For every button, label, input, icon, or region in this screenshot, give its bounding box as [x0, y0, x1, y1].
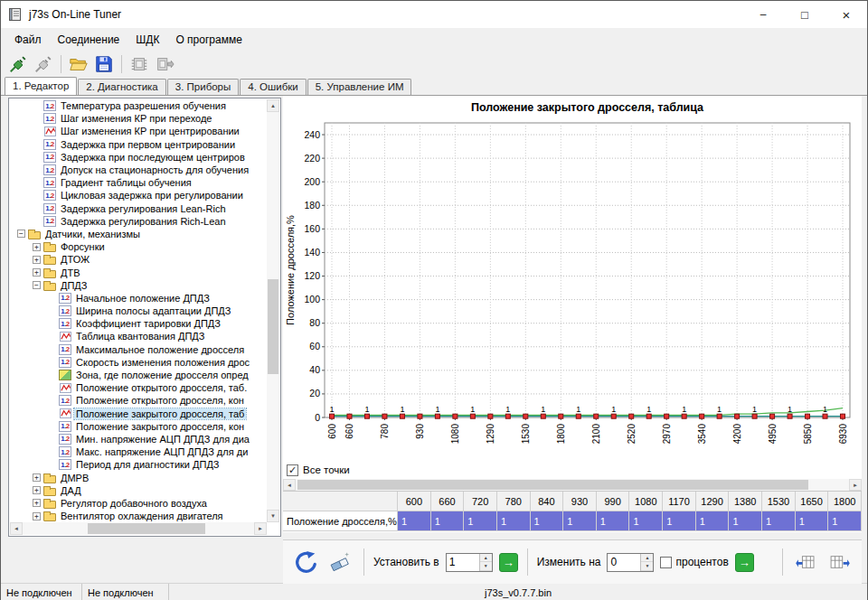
collapse-icon[interactable]: −	[17, 230, 25, 238]
change-value-input[interactable]	[608, 554, 640, 571]
table-header-660[interactable]: 660	[431, 492, 465, 511]
table-cell-9[interactable]: 1	[696, 511, 730, 531]
tab-editor[interactable]: 1. Редактор	[5, 77, 77, 95]
minimize-button[interactable]: –	[742, 1, 784, 28]
scroll-right-icon[interactable]: ►	[849, 479, 862, 491]
tree-item-23[interactable]: 1.2Положение открытого дросселя, кон	[10, 394, 267, 407]
tree-item-12[interactable]: +ДТОЖ	[10, 253, 267, 266]
table-header-600[interactable]: 600	[398, 492, 431, 511]
maximize-button[interactable]: □	[784, 1, 826, 28]
menu-connection[interactable]: Соединение	[50, 31, 128, 49]
tree-item-5[interactable]: 1.2Допуск на стационарность для обучения	[10, 164, 267, 176]
tree-item-30[interactable]: +ДАД	[10, 484, 267, 497]
tree-item-28[interactable]: 1.2Период для диагностики ДПДЗ	[10, 458, 267, 471]
scroll-down-icon[interactable]: ▼	[267, 510, 279, 522]
set-value-input[interactable]	[447, 554, 479, 571]
tree-expander[interactable]: +	[31, 243, 42, 251]
tree-expander[interactable]: +	[31, 256, 42, 264]
tree-expander[interactable]: −	[15, 230, 27, 238]
tree-item-22[interactable]: Положение открытого дросселя, таб.	[10, 381, 267, 394]
scroll-up-icon[interactable]: ▲	[267, 99, 279, 112]
table-header-720[interactable]: 720	[464, 492, 497, 511]
table-cell-11[interactable]: 1	[762, 511, 796, 531]
tree-item-25[interactable]: 1.2Положение закрытого дросселя, кон	[10, 420, 267, 433]
chart-horizontal-scrollbar[interactable]: ◄ ►	[283, 479, 862, 491]
undo-button[interactable]	[290, 548, 319, 577]
tree-item-6[interactable]: 1.2Градиент таблицы обучения	[10, 176, 267, 189]
table-cell-5[interactable]: 1	[563, 511, 597, 531]
percent-checkbox[interactable]	[660, 557, 672, 568]
tree-item-1[interactable]: 1.2Шаг изменения КР при переходе	[10, 112, 267, 125]
tree-item-18[interactable]: Таблица квантования ДПДЗ	[10, 330, 267, 342]
table-import-button[interactable]	[791, 548, 820, 577]
tree-item-14[interactable]: −ДПДЗ	[10, 279, 267, 292]
table-header-990[interactable]: 990	[597, 492, 630, 511]
tree-item-24[interactable]: Положение закрытого дросселя, таб	[10, 408, 267, 420]
tree-item-17[interactable]: 1.2Коэффициент тарировки ДПДЗ	[10, 317, 267, 330]
apply-set-button[interactable]: →	[499, 553, 518, 572]
scrollbar-track[interactable]	[23, 522, 254, 535]
tree-expander[interactable]: +	[31, 473, 42, 482]
table-header-1380[interactable]: 1380	[729, 492, 762, 511]
table-cell-2[interactable]: 1	[464, 511, 497, 531]
scrollbar-track[interactable]	[267, 112, 279, 510]
expand-icon[interactable]: +	[33, 486, 41, 494]
scroll-right-icon[interactable]: ►	[254, 522, 267, 535]
tree-expander[interactable]: +	[31, 268, 42, 277]
table-cell-3[interactable]: 1	[497, 511, 531, 531]
erase-button[interactable]	[326, 548, 354, 577]
spin-down-icon[interactable]: ▼	[480, 562, 492, 571]
tree-item-8[interactable]: 1.2Задержка регулирования Lean-Rich	[10, 202, 267, 215]
table-cell-1[interactable]: 1	[431, 511, 465, 531]
scrollbar-thumb[interactable]	[297, 480, 808, 490]
eeprom-read-button[interactable]	[153, 53, 176, 75]
scroll-left-icon[interactable]: ◄	[283, 479, 296, 491]
tree-item-31[interactable]: +Регулятор добавочного воздуха	[10, 497, 267, 510]
tab-gauges[interactable]: 3. Приборы	[167, 79, 240, 95]
expand-icon[interactable]: +	[33, 499, 41, 507]
collapse-icon[interactable]: −	[33, 281, 41, 289]
table-cell-6[interactable]: 1	[597, 511, 630, 531]
spin-down-icon[interactable]: ▼	[641, 562, 653, 571]
tree-expander[interactable]: +	[31, 499, 42, 507]
tree-item-4[interactable]: 1.2Задержка при последующем центриров	[10, 151, 267, 164]
tree-item-16[interactable]: 1.2Ширина полосы адаптации ДПДЗ	[10, 305, 267, 317]
table-header-1650[interactable]: 1650	[796, 492, 829, 511]
table-header-930[interactable]: 930	[563, 492, 597, 511]
expand-icon[interactable]: +	[33, 256, 41, 264]
table-header-1800[interactable]: 1800	[828, 492, 862, 511]
tree-item-27[interactable]: 1.2Макс. напряжение АЦП ДПДЗ для ди	[10, 445, 267, 458]
tab-diagnostics[interactable]: 2. Диагностика	[78, 79, 165, 95]
tree-item-10[interactable]: −Датчики, механизмы	[10, 228, 267, 240]
scrollbar-thumb[interactable]	[88, 523, 205, 534]
connect-button[interactable]	[6, 53, 30, 75]
tree-item-3[interactable]: 1.2Задержка при первом центрировании	[10, 138, 267, 151]
save-file-button[interactable]	[92, 53, 116, 75]
tree-item-20[interactable]: 1.2Скорость изменения положения дрос	[10, 356, 267, 369]
tree-item-2[interactable]: Шаг изменения КР при центрировании	[10, 125, 267, 137]
open-file-button[interactable]	[67, 53, 90, 75]
tree-expander[interactable]: +	[31, 512, 42, 520]
tree-item-15[interactable]: 1.2Начальное положение ДПДЗ	[10, 292, 267, 305]
close-button[interactable]: ×	[826, 1, 867, 28]
apply-change-button[interactable]: →	[735, 553, 754, 572]
table-header-1170[interactable]: 1170	[663, 492, 696, 511]
table-cell-4[interactable]: 1	[531, 511, 564, 531]
table-cell-10[interactable]: 1	[729, 511, 762, 531]
tree-item-29[interactable]: +ДМРВ	[10, 471, 267, 483]
tree-item-21[interactable]: Зона, где положение дросселя опред	[10, 369, 267, 381]
disconnect-button[interactable]	[32, 53, 55, 75]
scrollbar-thumb[interactable]	[268, 279, 278, 374]
tree-item-0[interactable]: 1.2Температура разрешения обучения	[10, 99, 267, 112]
table-cell-13[interactable]: 1	[828, 511, 862, 531]
tree-item-26[interactable]: 1.2Мин. напряжение АЦП ДПДЗ для диа	[10, 433, 267, 445]
table-header-840[interactable]: 840	[531, 492, 564, 511]
all-points-checkbox[interactable]: ✓	[287, 464, 298, 476]
tree-item-13[interactable]: +ДТВ	[10, 266, 267, 278]
tree-expander[interactable]: +	[31, 486, 42, 494]
table-export-button[interactable]	[826, 548, 854, 577]
tree-item-11[interactable]: +Форсунки	[10, 240, 267, 253]
tree-vertical-scrollbar[interactable]: ▲ ▼	[267, 99, 279, 522]
expand-icon[interactable]: +	[33, 268, 41, 277]
scrollbar-track[interactable]	[296, 479, 849, 491]
